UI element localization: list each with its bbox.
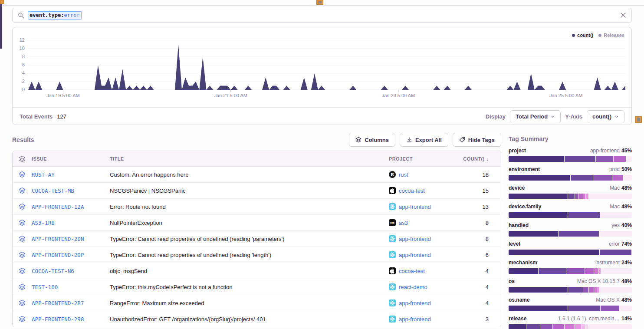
column-header-issue[interactable]: ISSUE bbox=[32, 156, 110, 161]
project-link[interactable]: app-frontend bbox=[389, 203, 441, 210]
tag-distribution-bar[interactable] bbox=[509, 212, 632, 218]
columns-button[interactable]: Columns bbox=[349, 133, 395, 147]
legend-count[interactable]: count() bbox=[572, 33, 593, 38]
tag-segment[interactable] bbox=[583, 194, 586, 199]
tag-segment[interactable] bbox=[598, 268, 601, 274]
project-link[interactable]: app-frontend bbox=[389, 251, 441, 258]
table-row[interactable]: APP-FRONTEND-2B7 RangeError: Maximum siz… bbox=[13, 295, 501, 311]
tag-segment[interactable] bbox=[553, 324, 564, 329]
tag-distribution-bar[interactable] bbox=[509, 175, 632, 181]
tag-segment[interactable] bbox=[509, 175, 570, 181]
area-chart[interactable] bbox=[28, 40, 625, 95]
issue-link[interactable]: COCOA-TEST-MB bbox=[32, 188, 110, 194]
tag-segment[interactable] bbox=[594, 287, 597, 293]
issue-link[interactable]: APP-FRONTEND-2DN bbox=[32, 236, 110, 242]
issue-link[interactable]: APP-FRONTEND-12A bbox=[32, 204, 110, 210]
tag-distribution-bar[interactable] bbox=[509, 287, 632, 293]
project-link[interactable]: app-frontend bbox=[389, 316, 441, 322]
hide-tags-button[interactable]: Hide Tags bbox=[453, 133, 501, 147]
column-header-project[interactable]: PROJECT bbox=[389, 156, 441, 161]
export-all-button[interactable]: Export All bbox=[400, 133, 448, 147]
tag-segment[interactable] bbox=[583, 287, 588, 293]
tag-segment[interactable] bbox=[568, 287, 583, 293]
tag-segment[interactable] bbox=[526, 324, 540, 329]
tag-segment[interactable] bbox=[509, 268, 538, 274]
tag-segment[interactable] bbox=[575, 194, 579, 199]
project-link[interactable]: react-demo bbox=[389, 283, 441, 290]
tag-segment[interactable] bbox=[575, 324, 581, 329]
table-row[interactable]: RUST-AY Custom: An error happens here Rr… bbox=[13, 167, 501, 183]
table-row[interactable]: COCOA-TEST-N6 objc_msgSend cocoa-test 4 bbox=[13, 263, 501, 279]
legend-releases-dot bbox=[598, 34, 601, 37]
tag-distribution-bar[interactable] bbox=[509, 268, 632, 274]
column-header-title[interactable]: TITLE bbox=[110, 156, 389, 161]
tag-distribution-bar[interactable] bbox=[509, 250, 632, 255]
tag-segment[interactable] bbox=[568, 306, 600, 311]
tag-segment[interactable] bbox=[586, 194, 588, 199]
tag-segment[interactable] bbox=[540, 324, 552, 329]
tag-segment[interactable] bbox=[593, 175, 612, 181]
tag-segment[interactable] bbox=[509, 156, 564, 162]
table-row[interactable]: TEST-100 TypeError: this.myCodeIsPerfect… bbox=[13, 279, 501, 295]
project-link[interactable]: cocoa-test bbox=[389, 267, 441, 274]
table-row[interactable]: AS3-1RB NullPointerException </>as3 8 bbox=[13, 215, 501, 231]
tag-segment[interactable] bbox=[601, 306, 619, 311]
tag-segment[interactable] bbox=[568, 212, 600, 218]
issue-link[interactable]: APP-FRONTEND-298 bbox=[32, 316, 110, 322]
tag-segment[interactable] bbox=[589, 287, 594, 293]
tag-segment[interactable] bbox=[539, 268, 565, 274]
issue-link[interactable]: APP-FRONTEND-2DP bbox=[32, 252, 110, 258]
yaxis-dropdown[interactable]: count() bbox=[587, 110, 624, 123]
tag-segment[interactable] bbox=[509, 212, 568, 218]
tag-segment[interactable] bbox=[565, 324, 575, 329]
issue-link[interactable]: AS3-1RB bbox=[32, 220, 110, 226]
tag-segment[interactable] bbox=[585, 324, 588, 329]
tag-segment[interactable] bbox=[509, 306, 568, 311]
tag-segment[interactable] bbox=[509, 324, 526, 329]
table-row[interactable]: APP-FRONTEND-2DP TypeError: Cannot read … bbox=[13, 247, 501, 263]
table-row[interactable]: COCOA-TEST-MB NSCGSPanicv | NSCGSPanic c… bbox=[13, 183, 501, 199]
total-events-value: 127 bbox=[57, 113, 66, 120]
tag-segment[interactable] bbox=[600, 250, 631, 255]
tag-segment[interactable] bbox=[612, 175, 624, 181]
tag-segment[interactable] bbox=[585, 268, 594, 274]
search-clear-icon[interactable] bbox=[620, 12, 626, 18]
tag-segment[interactable] bbox=[614, 156, 626, 162]
project-link[interactable]: app-frontend bbox=[389, 235, 441, 242]
legend-releases[interactable]: Releases bbox=[598, 33, 624, 38]
project-link[interactable]: app-frontend bbox=[389, 299, 441, 306]
tag-distribution-bar[interactable] bbox=[509, 324, 632, 329]
issue-link[interactable]: COCOA-TEST-N6 bbox=[32, 268, 110, 274]
tag-distribution-bar[interactable] bbox=[509, 194, 632, 199]
display-dropdown[interactable]: Total Period bbox=[510, 110, 561, 123]
issue-link[interactable]: APP-FRONTEND-2B7 bbox=[32, 300, 110, 306]
search-bar[interactable]: event.type:error bbox=[12, 8, 632, 23]
search-query-token[interactable]: event.type:error bbox=[28, 11, 82, 20]
tag-segment[interactable] bbox=[559, 231, 599, 237]
tag-segment[interactable] bbox=[509, 194, 568, 199]
issue-link[interactable]: TEST-100 bbox=[32, 284, 110, 290]
tag-segment[interactable] bbox=[597, 287, 600, 293]
table-row[interactable]: APP-FRONTEND-12A Error: Route not found … bbox=[13, 199, 501, 215]
table-row[interactable]: APP-FRONTEND-2DN TypeError: Cannot read … bbox=[13, 231, 501, 247]
tag-distribution-bar[interactable] bbox=[509, 231, 632, 237]
tag-distribution-bar[interactable] bbox=[509, 306, 632, 311]
tag-segment[interactable] bbox=[582, 324, 585, 329]
tag-segment[interactable] bbox=[596, 156, 613, 162]
tag-segment[interactable] bbox=[509, 287, 568, 293]
column-header-count[interactable]: COUNT() ↓ bbox=[441, 156, 489, 161]
project-link[interactable]: cocoa-test bbox=[389, 187, 441, 194]
tag-segment[interactable] bbox=[566, 268, 585, 274]
issue-link[interactable]: RUST-AY bbox=[32, 171, 110, 178]
tag-distribution-bar[interactable] bbox=[509, 156, 632, 162]
tag-segment[interactable] bbox=[571, 175, 593, 181]
tag-segment[interactable] bbox=[509, 250, 599, 255]
tag-segment[interactable] bbox=[565, 156, 595, 162]
project-link[interactable]: Rrust bbox=[389, 171, 441, 178]
tag-segment[interactable] bbox=[594, 268, 598, 274]
project-link[interactable]: </>as3 bbox=[389, 219, 441, 226]
tag-segment[interactable] bbox=[509, 231, 558, 237]
tag-segment[interactable] bbox=[568, 194, 574, 199]
tag-segment[interactable] bbox=[579, 194, 583, 199]
table-row[interactable]: APP-FRONTEND-298 UnauthorizedError: GET … bbox=[13, 311, 501, 327]
